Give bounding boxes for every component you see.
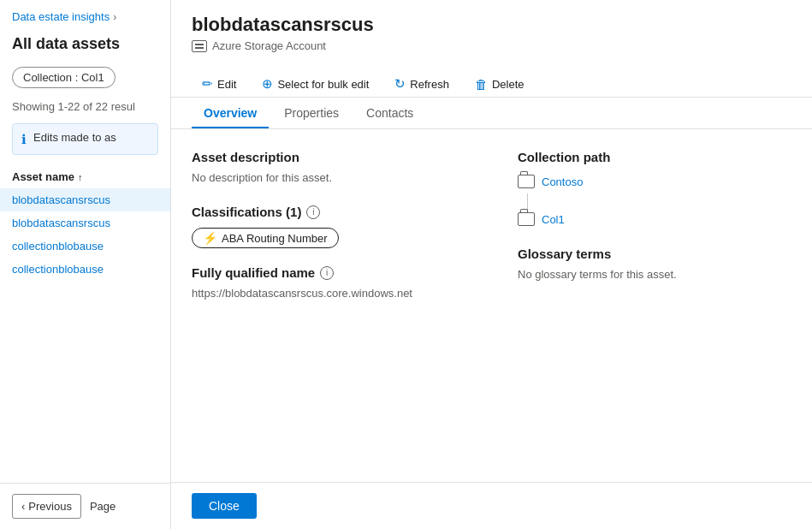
info-banner: ℹ Edits made to as — [12, 123, 158, 155]
collection-icon — [518, 175, 535, 188]
asset-type-label: Azure Storage Account — [212, 39, 326, 52]
list-item[interactable]: blobdatascansrscus — [0, 211, 170, 235]
close-button[interactable]: Close — [192, 493, 257, 519]
tree-item-contoso: Contoso — [518, 175, 791, 188]
info-icon: ℹ — [21, 132, 27, 147]
classification-badge: ⚡ ABA Routing Number — [192, 228, 339, 248]
collection-filter[interactable]: Collection : Col1 — [12, 67, 116, 88]
overview-content: Asset description No description for thi… — [171, 129, 812, 482]
delete-button[interactable]: 🗑 Delete — [465, 72, 535, 97]
detail-footer: Close — [171, 482, 812, 529]
tab-properties[interactable]: Properties — [272, 98, 351, 128]
fqn-header: Fully qualified name i — [192, 265, 483, 280]
storage-icon — [192, 40, 207, 52]
page-title: All data assets — [0, 32, 170, 62]
edit-icon: ✏ — [202, 76, 213, 92]
refresh-button[interactable]: ↻ Refresh — [384, 71, 459, 97]
classifications-title: Classifications (1) — [192, 205, 301, 219]
fqn-title: Fully qualified name — [192, 265, 315, 280]
info-banner-text: Edits made to as — [33, 131, 116, 144]
collection-link-col1[interactable]: Col1 — [542, 213, 565, 226]
glossary-value: No glossary terms for this asset. — [518, 268, 791, 281]
asset-title: blobdatascansrscus — [192, 14, 791, 36]
list-item[interactable]: collectionblobause — [0, 235, 170, 258]
list-item[interactable]: collectionblobause — [0, 258, 170, 281]
asset-list: blobdatascansrscus blobdatascansrscus co… — [0, 188, 170, 483]
left-content: Asset description No description for thi… — [192, 150, 483, 300]
breadcrumb-chevron: › — [113, 11, 116, 23]
plus-circle-icon: ⊕ — [262, 76, 273, 92]
chevron-left-icon: ‹ — [21, 500, 25, 513]
glossary-title: Glossary terms — [518, 247, 791, 261]
previous-button[interactable]: ‹ Previous — [12, 494, 81, 519]
edit-button[interactable]: ✏ Edit — [192, 71, 246, 97]
delete-icon: 🗑 — [475, 77, 488, 92]
tabs: Overview Properties Contacts — [171, 98, 812, 129]
asset-type: Azure Storage Account — [192, 39, 791, 52]
page-label: Page — [90, 500, 116, 513]
detail-header: blobdatascansrscus Azure Storage Account — [171, 0, 812, 62]
classifications-info-icon[interactable]: i — [306, 205, 320, 219]
list-item[interactable]: blobdatascansrscus — [0, 188, 170, 211]
asset-description-value: No description for this asset. — [192, 171, 483, 184]
column-header-asset-name[interactable]: Asset name ↑ — [0, 163, 170, 188]
pagination-bar: ‹ Previous Page — [0, 483, 170, 529]
column-label: Asset name — [12, 170, 74, 183]
collection-link-contoso[interactable]: Contoso — [542, 175, 583, 188]
collection-tree: Contoso Col1 — [518, 175, 791, 226]
breadcrumb-text[interactable]: Data estate insights — [12, 10, 110, 23]
asset-description-title: Asset description — [192, 150, 483, 164]
collection-path-title: Collection path — [518, 150, 791, 164]
lightning-icon: ⚡ — [203, 231, 217, 245]
right-content: Collection path Contoso Col1 Glossary te… — [518, 150, 791, 300]
left-panel: Data estate insights › All data assets C… — [0, 0, 171, 529]
tab-overview[interactable]: Overview — [192, 98, 269, 128]
tree-item-col1: Col1 — [518, 212, 791, 226]
collection-icon — [518, 212, 535, 226]
showing-count: Showing 1-22 of 22 resul — [0, 97, 170, 120]
right-panel: blobdatascansrscus Azure Storage Account… — [171, 0, 812, 529]
select-bulk-edit-button[interactable]: ⊕ Select for bulk edit — [252, 71, 379, 97]
refresh-icon: ↻ — [394, 76, 406, 92]
classification-badge-label: ABA Routing Number — [222, 232, 328, 245]
toolbar: ✏ Edit ⊕ Select for bulk edit ↻ Refresh … — [171, 62, 812, 98]
sort-icon: ↑ — [78, 172, 83, 182]
breadcrumb[interactable]: Data estate insights › — [0, 0, 170, 32]
tree-connector — [527, 193, 528, 211]
fqn-info-icon[interactable]: i — [320, 266, 334, 280]
tab-contacts[interactable]: Contacts — [354, 98, 425, 128]
fqn-value: https://blobdatascansrscus.core.windows.… — [192, 287, 483, 300]
classifications-header: Classifications (1) i — [192, 205, 483, 219]
